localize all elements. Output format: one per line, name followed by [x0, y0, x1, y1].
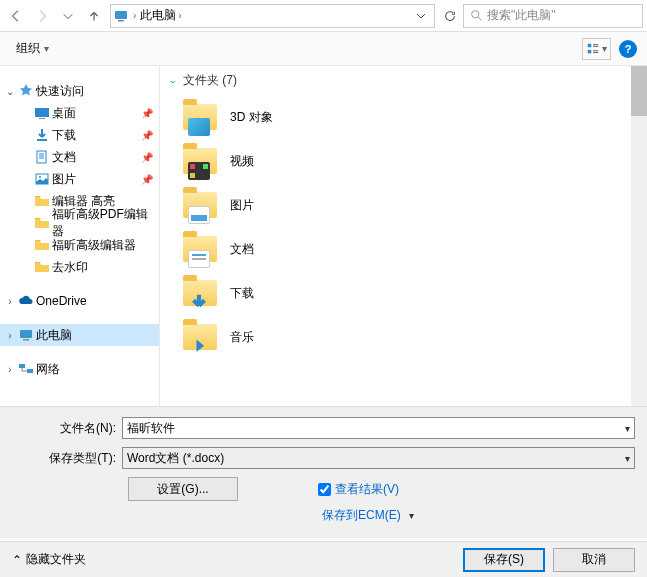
vertical-scrollbar[interactable] [631, 66, 647, 406]
folder-icon [182, 231, 218, 267]
svg-rect-13 [27, 369, 33, 373]
cancel-button[interactable]: 取消 [553, 548, 635, 572]
star-icon [18, 83, 34, 99]
view-result-checkbox[interactable]: 查看结果(V) [318, 481, 399, 498]
chevron-down-icon: ▾ [625, 423, 630, 434]
folder-icon [34, 215, 50, 231]
folder-icon [34, 259, 50, 275]
sidebar-item-folder-5[interactable]: ›福昕高级PDF编辑器 [0, 212, 159, 234]
desktop-icon [34, 105, 50, 121]
sidebar-item-label: 下载 [52, 127, 76, 144]
sidebar-this-pc[interactable]: › 此电脑 [0, 324, 159, 346]
folder-item[interactable]: 视频 [168, 139, 639, 183]
refresh-button[interactable] [439, 5, 461, 27]
sidebar-item-document-2[interactable]: ›文档📌 [0, 146, 159, 168]
nav-up-button[interactable] [82, 4, 106, 28]
svg-rect-10 [20, 330, 32, 338]
pin-icon: 📌 [141, 130, 153, 141]
folder-item-label: 下载 [230, 285, 254, 302]
folder-icon [182, 275, 218, 311]
sidebar-item-label: 图片 [52, 171, 76, 188]
folder-item-label: 音乐 [230, 329, 254, 346]
filename-input[interactable]: 福昕软件▾ [122, 417, 635, 439]
sidebar-item-label: 去水印 [52, 259, 88, 276]
folder-icon [34, 237, 50, 253]
collapse-icon: ⌄ [168, 76, 177, 85]
nav-forward-button[interactable] [30, 4, 54, 28]
group-header[interactable]: ⌄ 文件夹 (7) [168, 72, 639, 89]
folder-item[interactable]: 音乐 [168, 315, 639, 359]
svg-point-9 [39, 176, 41, 178]
pin-icon: 📌 [141, 174, 153, 185]
svg-point-2 [472, 11, 479, 18]
this-pc-icon [18, 327, 34, 343]
path-segment[interactable]: 此电脑› [140, 7, 181, 24]
sidebar-item-download-1[interactable]: ›下载📌 [0, 124, 159, 146]
sidebar-item-pictures-3[interactable]: ›图片📌 [0, 168, 159, 190]
view-icon [586, 42, 600, 56]
sidebar-item-label: 文档 [52, 149, 76, 166]
folder-content: ⌄ 文件夹 (7) 3D 对象视频图片文档下载音乐 [160, 66, 647, 406]
settings-button[interactable]: 设置(G)... [128, 477, 238, 501]
toolbar: 组织▾ ▾ ? [0, 32, 647, 66]
filetype-label: 保存类型(T): [12, 450, 122, 467]
document-icon [34, 149, 50, 165]
address-bar: › 此电脑› 搜索"此电脑" [0, 0, 647, 32]
sidebar-item-folder-6[interactable]: ›福昕高级编辑器 [0, 234, 159, 256]
filename-label: 文件名(N): [12, 420, 122, 437]
this-pc-icon [113, 8, 129, 24]
pin-icon: 📌 [141, 152, 153, 163]
sidebar-network[interactable]: › 网络 [0, 358, 159, 380]
folder-icon [182, 319, 218, 355]
path-dropdown-button[interactable] [410, 5, 432, 27]
save-to-ecm-button[interactable]: 保存到ECM(E)▾ [322, 507, 414, 524]
svg-rect-5 [35, 108, 49, 117]
search-input[interactable]: 搜索"此电脑" [463, 4, 643, 28]
folder-item[interactable]: 下载 [168, 271, 639, 315]
nav-recent-button[interactable] [56, 4, 80, 28]
network-icon [18, 361, 34, 377]
svg-rect-12 [19, 364, 25, 368]
folder-item-label: 文档 [230, 241, 254, 258]
folder-icon [34, 193, 50, 209]
folder-icon [182, 99, 218, 135]
svg-rect-11 [23, 339, 29, 341]
svg-rect-3 [588, 43, 592, 47]
sidebar-item-desktop-0[interactable]: ›桌面📌 [0, 102, 159, 124]
address-path[interactable]: › 此电脑› [110, 4, 435, 28]
chevron-down-icon: ▾ [625, 453, 630, 464]
folder-item[interactable]: 文档 [168, 227, 639, 271]
sidebar-onedrive[interactable]: › OneDrive [0, 290, 159, 312]
svg-rect-6 [39, 118, 45, 119]
folder-item[interactable]: 图片 [168, 183, 639, 227]
folder-icon [182, 187, 218, 223]
save-button[interactable]: 保存(S) [463, 548, 545, 572]
folder-item[interactable]: 3D 对象 [168, 95, 639, 139]
svg-rect-0 [115, 11, 127, 19]
chevron-right-icon: › [133, 10, 136, 21]
search-icon [470, 9, 483, 22]
collapse-icon: ⌄ [4, 86, 16, 97]
nav-back-button[interactable] [4, 4, 28, 28]
sidebar-item-label: 福昕高级编辑器 [52, 237, 136, 254]
chevron-up-icon: ⌃ [12, 553, 22, 567]
svg-rect-4 [588, 49, 592, 53]
download-icon [34, 127, 50, 143]
folder-item-label: 视频 [230, 153, 254, 170]
organize-button[interactable]: 组织▾ [10, 36, 55, 61]
sidebar-quick-access[interactable]: ⌄ 快速访问 [0, 80, 159, 102]
pin-icon: 📌 [141, 108, 153, 119]
cloud-icon [18, 293, 34, 309]
folder-icon [182, 143, 218, 179]
save-fields: 文件名(N): 福昕软件▾ 保存类型(T): Word文档 (*.docx)▾ … [0, 406, 647, 538]
expand-icon: › [4, 330, 16, 341]
expand-icon: › [4, 364, 16, 375]
filetype-select[interactable]: Word文档 (*.docx)▾ [122, 447, 635, 469]
help-button[interactable]: ? [619, 40, 637, 58]
dialog-footer: ⌃隐藏文件夹 保存(S) 取消 [0, 541, 647, 577]
view-options-button[interactable]: ▾ [582, 38, 611, 60]
hide-folders-button[interactable]: ⌃隐藏文件夹 [12, 551, 86, 568]
folder-item-label: 3D 对象 [230, 109, 273, 126]
chevron-down-icon: ▾ [44, 43, 49, 54]
sidebar-item-folder-7[interactable]: ›去水印 [0, 256, 159, 278]
